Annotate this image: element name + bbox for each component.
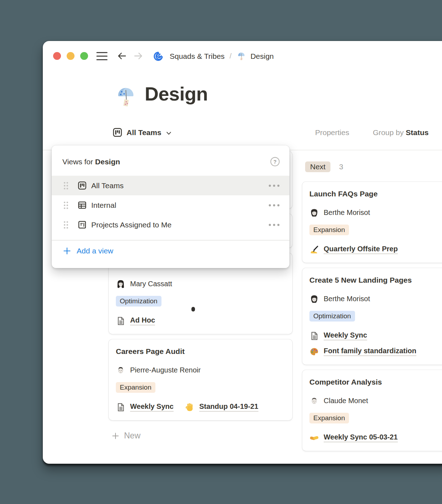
new-card-label: New [124,431,140,441]
board-view-icon [78,181,87,190]
board-column-next: Next 3 Launch FAQs PageBerthe MorisotExp… [302,160,442,456]
plus-icon [63,247,71,255]
link-row: Weekly Sync [309,330,442,342]
table-view-icon [78,201,87,210]
properties-button[interactable]: Properties [315,128,349,137]
assignee: Berthe Morisot [309,207,442,218]
assignee: Berthe Morisot [309,293,442,304]
tag-row: Expansion [116,382,285,395]
assignee: Claude Monet [309,395,442,406]
card-list: Launch FAQs PageBerthe MorisotExpansionQ… [302,182,442,451]
group-by-value: Status [406,128,428,137]
board-card[interactable]: Create 5 New Landing PagesBerthe Morisot… [302,268,442,365]
obscured-card-title-fragment [191,307,195,312]
swirl-logo-icon [153,51,164,62]
svg-text:?: ? [273,159,277,165]
assignee: Mary Cassatt [116,278,285,289]
board-view-icon [113,128,122,137]
view-option-label: All Teams [91,181,124,190]
breadcrumb: Squads & Tribes / Design [153,41,274,71]
page-link[interactable]: Quarterly Offsite Prep [324,245,398,254]
views-popover-header: Views for Design ? [52,145,289,176]
card-title: Competitor Analysis [309,377,442,387]
minimize-window-button[interactable] [67,52,74,60]
board-card[interactable]: Launch FAQs PageBerthe MorisotExpansionQ… [302,182,442,263]
link-row: Weekly SyncStandup 04-19-21 [116,401,285,413]
avatar-woman-long [116,279,125,289]
breadcrumb-page[interactable]: Design [251,52,274,61]
tag-row: Expansion [309,413,442,425]
traffic-lights [53,52,88,60]
breadcrumb-workspace[interactable]: Squads & Tribes [170,52,225,61]
ellipsis-icon[interactable] [268,204,280,207]
assignee-name: Berthe Morisot [324,295,370,303]
page-link[interactable]: Weekly Sync [130,402,174,412]
status-tag: Optimization [116,296,161,307]
writing-hand-icon [309,245,319,254]
group-header-next: Next 3 [305,160,442,174]
tag-row: Optimization [116,296,285,308]
card-title: Create 5 New Landing Pages [309,275,442,285]
assignee: Pierre-Auguste Renoir [116,364,285,376]
add-a-view-label: Add a view [77,247,113,255]
avatar-man-2 [116,365,125,375]
page-link[interactable]: Font family standardization [324,347,416,356]
back-arrow-icon[interactable] [117,51,127,61]
page-title[interactable]: Design [145,81,208,107]
avatar-man-1 [309,396,319,406]
page-icon [116,402,125,412]
page-icon [309,331,319,341]
assignee-name: Pierre-Auguste Renoir [130,366,201,374]
avatar-woman-bob [309,208,319,217]
board-card[interactable]: Competitor AnalysisClaude MonetExpansion… [302,370,442,451]
view-option-internal[interactable]: Internal [52,195,289,215]
group-by-button[interactable]: Group by Status [373,128,428,137]
list-view-icon [78,220,87,229]
new-card-button[interactable]: New [112,431,292,441]
assignee-name: Berthe Morisot [324,209,370,217]
view-option-all-teams[interactable]: All Teams [52,176,289,195]
page-link[interactable]: Standup 04-19-21 [199,402,258,412]
board-card[interactable]: Careers Page AuditPierre-Auguste RenoirE… [109,339,292,420]
raised-hand-icon [185,402,195,412]
palette-icon [309,347,319,356]
zoom-window-button[interactable] [80,52,88,60]
link-row: Ad Hoc [116,315,285,327]
app-window: Squads & Tribes / Design Design All Team… [43,41,442,464]
drag-handle-icon[interactable] [63,181,69,190]
breadcrumb-separator: / [230,52,232,60]
tag-row: Optimization [309,311,442,323]
close-window-button[interactable] [53,52,61,60]
status-tag: Optimization [309,311,355,322]
assignee-name: Mary Cassatt [130,280,172,288]
ellipsis-icon[interactable] [268,223,280,226]
card-title: Careers Page Audit [116,346,285,356]
view-option-label: Internal [91,201,116,210]
drag-handle-icon[interactable] [63,201,69,210]
page-link[interactable]: Ad Hoc [130,316,155,325]
view-switcher[interactable]: All Teams [113,128,172,137]
help-icon[interactable]: ? [270,156,280,167]
add-a-view-button[interactable]: Add a view [52,241,289,255]
link-row: Font family standardization [309,345,442,358]
ellipsis-icon[interactable] [268,184,280,187]
page-icon-wind-chime[interactable] [115,86,137,108]
link-row: Quarterly Offsite Prep [309,243,442,256]
drag-handle-icon[interactable] [63,221,69,229]
status-tag: Expansion [116,382,155,393]
view-toolbar: All Teams Properties Group by Status [43,128,442,142]
page-link[interactable]: Weekly Sync 05-03-21 [324,433,398,442]
views-popover: Views for Design ? All Teams Internal Pr… [52,145,289,268]
page-link[interactable]: Weekly Sync [324,331,367,340]
views-popover-title: Views for Design [62,158,120,166]
forward-arrow-icon [133,51,143,61]
current-view-name: All Teams [127,128,161,137]
link-row: Weekly Sync 05-03-21 [309,432,442,444]
status-tag: Expansion [309,413,349,423]
group-by-label: Group by [373,128,406,137]
group-status-badge[interactable]: Next [305,161,330,172]
page-icon [116,316,125,326]
page-header: Design [115,81,208,108]
hamburger-menu-icon[interactable] [96,51,108,61]
view-option-projects-assigned-to-me[interactable]: Projects Assigned to Me [52,215,289,235]
